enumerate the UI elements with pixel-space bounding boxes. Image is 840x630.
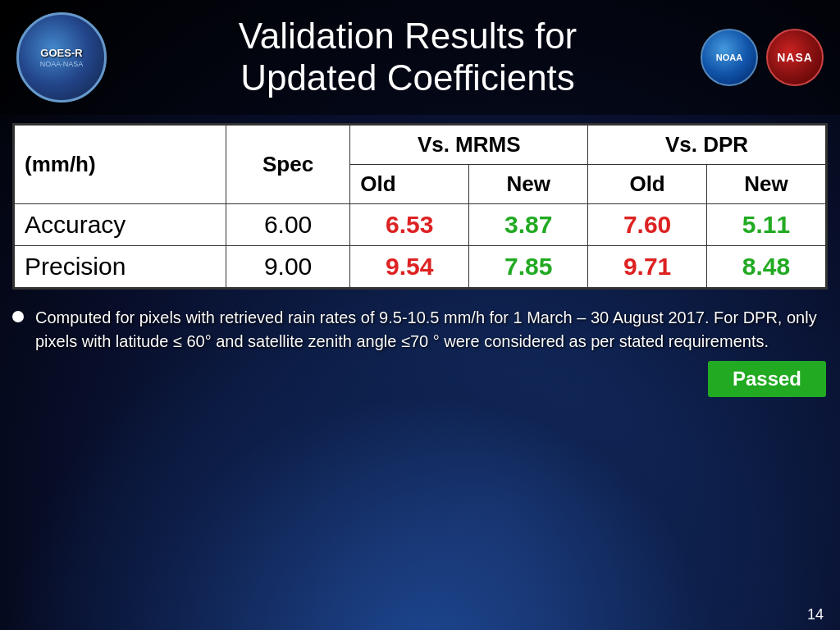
nasa-logo: NASA (766, 29, 824, 86)
precision-spec: 9.00 (226, 246, 349, 288)
noaa-logo: NOAA (701, 29, 758, 86)
bullet-item: Computed for pixels with retrieved rain … (12, 302, 828, 358)
bullet-text: Computed for pixels with retrieved rain … (35, 306, 828, 354)
precision-mrms-old: 9.54 (350, 246, 469, 288)
accuracy-mrms-new: 3.87 (469, 204, 588, 246)
precision-dpr-old: 9.71 (588, 246, 707, 288)
table-row-precision: Precision 9.00 9.54 7.85 9.71 8.48 (15, 246, 826, 288)
goes-logo-subtext: NOAA·NASA (40, 60, 84, 68)
goes-logo: GOES-R NOAA·NASA (16, 12, 107, 103)
precision-dpr-new: 8.48 (707, 246, 826, 288)
accuracy-dpr-old: 7.60 (588, 204, 707, 246)
spec-column-header: Spec (226, 126, 349, 204)
precision-label: Precision (15, 246, 226, 288)
goes-logo-container: GOES-R NOAA·NASA (16, 12, 115, 103)
accuracy-spec: 6.00 (226, 204, 349, 246)
mrms-old-header: Old (350, 165, 469, 204)
main-content: (mm/h) Spec Vs. MRMS Vs. DPR Old New Old… (0, 115, 840, 630)
bullet-dot (12, 311, 24, 322)
vs-dpr-header: Vs. DPR (588, 126, 826, 165)
accuracy-dpr-new: 5.11 (707, 204, 826, 246)
passed-badge: Passed (708, 361, 826, 397)
header: GOES-R NOAA·NASA Validation Results for … (0, 0, 840, 115)
mrms-new-header: New (469, 165, 588, 204)
dpr-old-header: Old (588, 165, 707, 204)
table-row-accuracy: Accuracy 6.00 6.53 3.87 7.60 5.11 (15, 204, 826, 246)
accuracy-label: Accuracy (15, 204, 226, 246)
dpr-new-header: New (707, 165, 826, 204)
vs-mrms-header: Vs. MRMS (350, 126, 588, 165)
results-table: (mm/h) Spec Vs. MRMS Vs. DPR Old New Old… (14, 125, 826, 288)
partner-logos: NOAA NASA (701, 29, 824, 86)
results-table-wrapper: (mm/h) Spec Vs. MRMS Vs. DPR Old New Old… (12, 123, 828, 290)
unit-header: (mm/h) (15, 126, 226, 204)
goes-logo-text: GOES-R (40, 47, 84, 60)
accuracy-mrms-old: 6.53 (350, 204, 469, 246)
page-number: 14 (807, 606, 824, 623)
bullet-section: Computed for pixels with retrieved rain … (12, 302, 828, 630)
precision-mrms-new: 7.85 (469, 246, 588, 288)
page-title: Validation Results for Updated Coefficie… (115, 16, 701, 98)
passed-row: Passed (12, 361, 828, 397)
table-header-row-1: (mm/h) Spec Vs. MRMS Vs. DPR (15, 126, 826, 165)
